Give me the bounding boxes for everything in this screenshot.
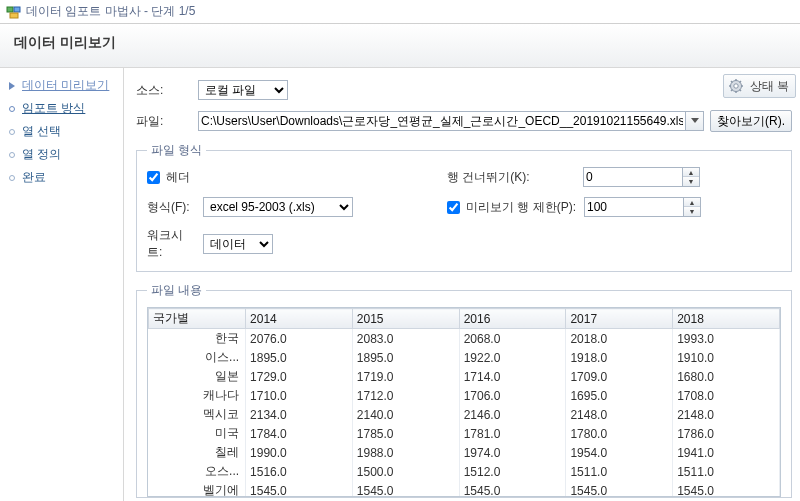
table-cell: 1729.0 xyxy=(246,367,353,386)
table-cell: 2068.0 xyxy=(459,329,566,349)
browse-button[interactable]: 찾아보기(R). xyxy=(710,110,792,132)
preview-limit-checkbox[interactable] xyxy=(447,201,460,214)
table-cell: 1545.0 xyxy=(246,481,353,497)
svg-point-7 xyxy=(10,175,15,180)
step-finish[interactable]: 완료 xyxy=(2,166,121,189)
spin-down-button[interactable]: ▼ xyxy=(683,177,699,186)
table-row[interactable]: 오스...1516.01500.01512.01511.01511.0 xyxy=(149,462,780,481)
table-row[interactable]: 한국2076.02083.02068.02018.01993.0 xyxy=(149,329,780,349)
step-label: 열 정의 xyxy=(22,146,61,163)
column-header[interactable]: 2015 xyxy=(352,309,459,329)
step-import-method[interactable]: 임포트 방식 xyxy=(2,97,121,120)
source-select[interactable]: 로컬 파일 xyxy=(198,80,288,100)
table-cell: 오스... xyxy=(149,462,246,481)
banner-title: 데이터 미리보기 xyxy=(14,34,116,50)
table-cell: 1516.0 xyxy=(246,462,353,481)
column-header[interactable]: 국가별 xyxy=(149,309,246,329)
table-cell: 2076.0 xyxy=(246,329,353,349)
table-cell: 일본 xyxy=(149,367,246,386)
table-cell: 이스... xyxy=(149,348,246,367)
svg-point-9 xyxy=(733,84,737,88)
table-cell: 1895.0 xyxy=(352,348,459,367)
column-header[interactable]: 2016 xyxy=(459,309,566,329)
file-dropdown-button[interactable] xyxy=(686,111,704,131)
table-cell: 1780.0 xyxy=(566,424,673,443)
page-banner: 데이터 미리보기 xyxy=(0,24,800,68)
format-label: 형식(F): xyxy=(147,199,197,216)
table-row[interactable]: 이스...1895.01895.01922.01918.01910.0 xyxy=(149,348,780,367)
svg-marker-3 xyxy=(9,82,15,90)
table-cell: 2148.0 xyxy=(673,405,780,424)
table-cell: 1895.0 xyxy=(246,348,353,367)
worksheet-select[interactable]: 데이터 xyxy=(203,234,273,254)
table-cell: 1714.0 xyxy=(459,367,566,386)
table-cell: 1545.0 xyxy=(352,481,459,497)
data-preview-table: 국가별20142015201620172018 한국2076.02083.020… xyxy=(148,308,780,497)
step-column-select[interactable]: 열 선택 xyxy=(2,120,121,143)
table-cell: 1500.0 xyxy=(352,462,459,481)
step-column-define[interactable]: 열 정의 xyxy=(2,143,121,166)
bullet-icon xyxy=(6,126,18,138)
table-cell: 캐나다 xyxy=(149,386,246,405)
svg-line-16 xyxy=(731,90,733,92)
table-row[interactable]: 칠레1990.01988.01974.01954.01941.0 xyxy=(149,443,780,462)
table-cell: 1680.0 xyxy=(673,367,780,386)
svg-line-17 xyxy=(739,81,741,83)
status-button[interactable]: 상태 복 xyxy=(723,74,796,98)
spin-up-button[interactable]: ▲ xyxy=(683,168,699,177)
svg-marker-18 xyxy=(691,118,699,123)
file-label: 파일: xyxy=(136,113,192,130)
svg-line-14 xyxy=(731,81,733,83)
column-header[interactable]: 2018 xyxy=(673,309,780,329)
table-cell: 멕시코 xyxy=(149,405,246,424)
main-panel: 상태 복 소스: 로컬 파일 파일: 찾아보기(R). xyxy=(124,68,800,501)
spin-down-button[interactable]: ▼ xyxy=(684,207,700,216)
column-header[interactable]: 2014 xyxy=(246,309,353,329)
format-select[interactable]: excel 95-2003 (.xls) xyxy=(203,197,353,217)
wizard-sidebar: 데이터 미리보기 임포트 방식 열 선택 열 정의 완료 xyxy=(0,68,124,501)
table-cell: 1719.0 xyxy=(352,367,459,386)
table-cell: 1511.0 xyxy=(566,462,673,481)
svg-rect-1 xyxy=(14,7,20,12)
step-label: 데이터 미리보기 xyxy=(22,77,109,94)
file-path-input[interactable] xyxy=(198,111,686,131)
worksheet-label: 워크시트: xyxy=(147,227,197,261)
preview-limit-input[interactable] xyxy=(584,197,684,217)
table-cell: 1695.0 xyxy=(566,386,673,405)
table-cell: 1545.0 xyxy=(566,481,673,497)
source-label: 소스: xyxy=(136,82,192,99)
data-preview-table-wrap[interactable]: 국가별20142015201620172018 한국2076.02083.020… xyxy=(147,307,781,497)
table-cell: 2140.0 xyxy=(352,405,459,424)
table-cell: 1974.0 xyxy=(459,443,566,462)
skip-rows-input[interactable] xyxy=(583,167,683,187)
table-row[interactable]: 미국1784.01785.01781.01780.01786.0 xyxy=(149,424,780,443)
bullet-icon xyxy=(6,149,18,161)
table-row[interactable]: 멕시코2134.02140.02146.02148.02148.0 xyxy=(149,405,780,424)
table-cell: 2018.0 xyxy=(566,329,673,349)
table-cell: 1709.0 xyxy=(566,367,673,386)
file-format-group: 파일 형식 헤더 행 건너뛰기(K): ▲ ▼ xyxy=(136,142,792,272)
spin-up-button[interactable]: ▲ xyxy=(684,198,700,207)
table-cell: 1511.0 xyxy=(673,462,780,481)
svg-point-4 xyxy=(10,106,15,111)
svg-line-15 xyxy=(739,90,741,92)
table-cell: 1710.0 xyxy=(246,386,353,405)
column-header[interactable]: 2017 xyxy=(566,309,673,329)
step-preview[interactable]: 데이터 미리보기 xyxy=(2,74,121,97)
bullet-icon xyxy=(6,172,18,184)
table-cell: 2083.0 xyxy=(352,329,459,349)
table-cell: 2134.0 xyxy=(246,405,353,424)
table-cell: 1785.0 xyxy=(352,424,459,443)
step-label: 열 선택 xyxy=(22,123,61,140)
table-row[interactable]: 벨기에1545.01545.01545.01545.01545.0 xyxy=(149,481,780,497)
table-row[interactable]: 캐나다1710.01712.01706.01695.01708.0 xyxy=(149,386,780,405)
file-content-legend: 파일 내용 xyxy=(147,282,206,299)
header-checkbox[interactable] xyxy=(147,171,160,184)
app-icon xyxy=(6,4,22,20)
table-cell: 1706.0 xyxy=(459,386,566,405)
arrow-icon xyxy=(6,80,18,92)
preview-limit-label: 미리보기 행 제한(P): xyxy=(466,199,578,216)
table-cell: 1512.0 xyxy=(459,462,566,481)
table-row[interactable]: 일본1729.01719.01714.01709.01680.0 xyxy=(149,367,780,386)
table-cell: 1545.0 xyxy=(459,481,566,497)
